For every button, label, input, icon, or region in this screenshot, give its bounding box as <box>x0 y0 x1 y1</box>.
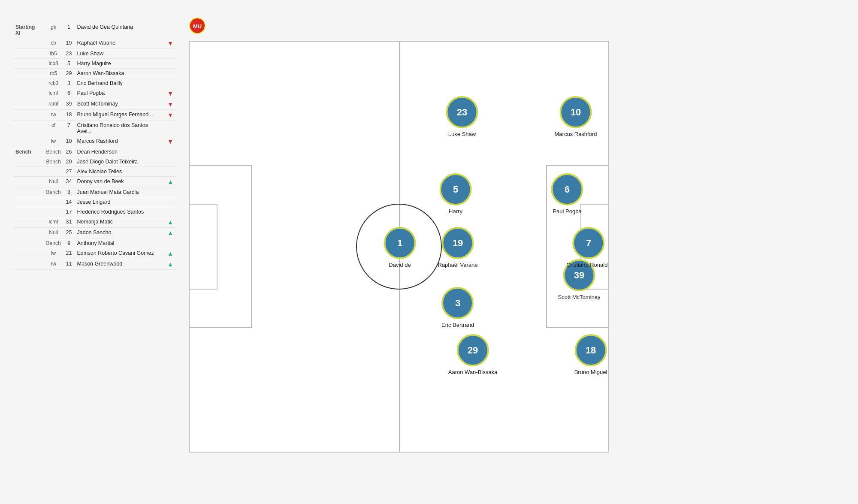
lineup-num: 9 <box>63 238 75 248</box>
player-number: 29 <box>457 334 489 366</box>
player-label: Luke Shaw <box>448 131 476 137</box>
lineup-pos: lb5 <box>44 49 63 59</box>
player-harry-maguire: 5Harry <box>440 173 472 214</box>
player-label: Bruno Miguel <box>574 369 607 375</box>
lineup-pos: Bench <box>44 187 63 197</box>
lineup-group <box>13 197 44 207</box>
lineup-num: 1 <box>63 22 75 38</box>
lineup-group <box>13 49 44 59</box>
lineup-group <box>13 69 44 78</box>
lineup-pos <box>44 207 63 217</box>
lineup-name: Frederico Rodrigues Santos <box>75 207 165 217</box>
lineup-num: 21 <box>63 248 75 259</box>
lineup-num: 8 <box>63 187 75 197</box>
lineup-pos: lcmf <box>44 88 63 99</box>
lineup-num: 25 <box>63 228 75 238</box>
lineup-pos: cb <box>44 38 63 49</box>
lineup-pos: rcb3 <box>44 78 63 88</box>
player-number: 10 <box>559 96 592 128</box>
player-label: Eric Bertrand <box>441 322 474 328</box>
player-paul-pogba: 6Paul Pogba <box>551 173 583 214</box>
lineup-num: 20 <box>63 157 75 167</box>
lineup-name: Jesse Lingard <box>75 197 165 207</box>
player-eric-bertrand: 3Eric Bertrand <box>441 287 474 328</box>
lineup-num: 18 <box>63 110 75 121</box>
lineup-group <box>13 167 44 177</box>
player-number: 3 <box>442 287 474 319</box>
lineup-group <box>13 121 44 136</box>
lineup-group <box>13 217 44 228</box>
player-label: Scott McTominay <box>558 294 601 300</box>
arrow-down-icon: ▼ <box>167 90 173 97</box>
lineup-group <box>13 157 44 167</box>
lineup-num: 19 <box>63 38 75 49</box>
lineup-num: 5 <box>63 59 75 69</box>
player-label: Marcus Rashford <box>555 131 597 137</box>
mu-logo-icon: MU <box>189 17 206 34</box>
lineup-name: Edinson Roberto Cavani Gómez <box>75 248 165 259</box>
lineup-arrow: ▼ <box>165 136 176 147</box>
lineup-name: Eric Bertrand Bailly <box>75 78 165 88</box>
lineup-arrow <box>165 59 176 69</box>
lineup-group <box>13 38 44 49</box>
player-aaron-wan-bissaka: 29Aaron Wan-Bissaka <box>448 334 497 375</box>
lineup-name: Cristiano Ronaldo dos Santos Avei... <box>75 121 165 136</box>
lineup-num: 11 <box>63 259 75 270</box>
lineup-name: Donny van de Beek <box>75 177 165 187</box>
lineup-pos: lcmf <box>44 217 63 228</box>
player-number: 6 <box>551 173 583 205</box>
lineup-pos: lw <box>44 136 63 147</box>
lineup-arrow: ▲ <box>165 228 176 238</box>
lineup-group: Bench <box>13 147 44 157</box>
player-marcus-rashford: 10Marcus Rashford <box>555 96 597 137</box>
lineup-group <box>13 259 44 270</box>
arrow-up-icon: ▲ <box>167 219 173 226</box>
lineup-panel: Starting XIgk1David de Gea Quintanacb19R… <box>13 17 176 453</box>
player-label: Raphaël Varane <box>438 262 478 268</box>
lineup-group <box>13 110 44 121</box>
lineup-name: Nemanja Matić <box>75 217 165 228</box>
lineup-group <box>13 59 44 69</box>
lineup-pos: rcmf <box>44 99 63 110</box>
player-number: 23 <box>446 96 478 128</box>
lineup-num: 26 <box>63 147 75 157</box>
lineup-pos: lcb3 <box>44 59 63 69</box>
lineup-arrow: ▲ <box>165 248 176 259</box>
lineup-name: Aaron Wan-Bissaka <box>75 69 165 78</box>
lineup-arrow: ▼ <box>165 99 176 110</box>
lineup-num: 7 <box>63 121 75 136</box>
lineup-num: 29 <box>63 69 75 78</box>
player-label: Harry <box>449 208 462 214</box>
player-bruno-miguel: 18Bruno Miguel <box>574 334 607 375</box>
lineup-num: 6 <box>63 88 75 99</box>
lineup-pos: rw <box>44 110 63 121</box>
lineup-arrow: ▲ <box>165 217 176 228</box>
lineup-arrow <box>165 238 176 248</box>
lineup-pos: gk <box>44 22 63 38</box>
player-label: Paul Pogba <box>553 208 581 214</box>
lineup-pos: Bench <box>44 147 63 157</box>
lineup-pos: Bench <box>44 238 63 248</box>
lineup-arrow <box>165 69 176 78</box>
lineup-name: Harry Maguire <box>75 59 165 69</box>
svg-text:MU: MU <box>193 23 202 30</box>
lineup-arrow <box>165 147 176 157</box>
lineup-arrow: ▼ <box>165 88 176 99</box>
lineup-num: 14 <box>63 197 75 207</box>
lineup-name: Anthony Martial <box>75 238 165 248</box>
arrow-down-icon: ▼ <box>167 112 173 118</box>
lineup-arrow <box>165 187 176 197</box>
lineup-group <box>13 99 44 110</box>
lineup-pos: lw <box>44 248 63 259</box>
lineup-name: Jadon Sancho <box>75 228 165 238</box>
arrow-down-icon: ▼ <box>167 101 173 108</box>
lineup-name: Paul Pogba <box>75 88 165 99</box>
lineup-table: Starting XIgk1David de Gea Quintanacb19R… <box>13 22 176 270</box>
lineup-num: 10 <box>63 136 75 147</box>
lineup-pos: cf <box>44 121 63 136</box>
pitch-field: 23Luke Shaw10Marcus Rashford5Harry6Paul … <box>189 41 609 453</box>
lineup-group <box>13 187 44 197</box>
player-cristiano-ronaldo: 7Cristiano Ronaldo <box>566 227 609 268</box>
lineup-pos <box>44 167 63 177</box>
lineup-num: 23 <box>63 49 75 59</box>
